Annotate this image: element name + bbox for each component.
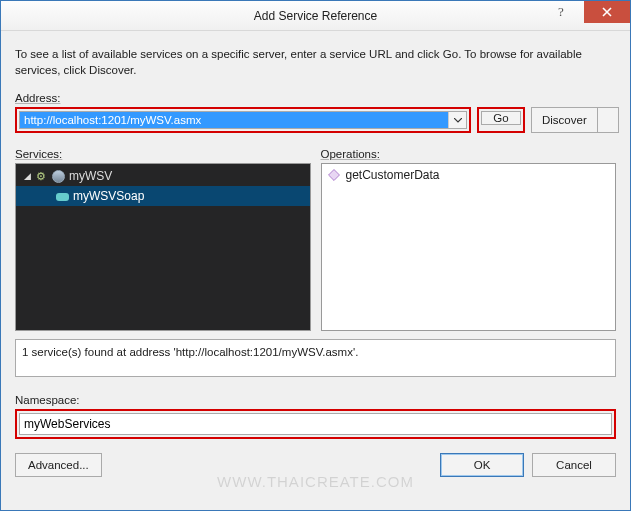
operation-icon <box>328 169 340 181</box>
operation-item[interactable]: getCustomerData <box>328 168 610 182</box>
go-button[interactable]: Go <box>481 111 521 125</box>
close-button[interactable] <box>584 1 630 23</box>
operation-label: getCustomerData <box>346 168 440 182</box>
address-label: Address: <box>15 92 616 104</box>
discover-dropdown-button[interactable] <box>598 107 619 133</box>
discover-split-button: Discover <box>531 107 619 133</box>
chevron-down-icon <box>454 118 462 123</box>
address-input[interactable] <box>20 112 448 128</box>
tree-node-label: myWSV <box>69 169 112 183</box>
address-row: Go Discover <box>15 107 616 133</box>
globe-icon <box>52 170 65 183</box>
bottom-row: Advanced... OK Cancel <box>15 453 616 477</box>
services-label: Services: <box>15 148 311 160</box>
close-icon <box>602 7 612 17</box>
window-controls: ? <box>538 1 630 23</box>
address-dropdown-button[interactable] <box>448 112 466 128</box>
namespace-input[interactable] <box>19 413 612 435</box>
tree-node-child[interactable]: myWSVSoap <box>16 186 310 206</box>
namespace-highlight <box>15 409 616 439</box>
help-button[interactable]: ? <box>538 1 584 23</box>
cancel-button[interactable]: Cancel <box>532 453 616 477</box>
dialog-content: To see a list of available services on a… <box>1 31 630 487</box>
operations-pane: Operations: getCustomerData <box>321 145 617 331</box>
services-tree[interactable]: ◢ ⚙ myWSV myWSVSoap <box>15 163 311 331</box>
services-pane: Services: ◢ ⚙ myWSV myWSVSoap <box>15 145 311 331</box>
window-title: Add Service Reference <box>254 9 377 23</box>
status-box: 1 service(s) found at address 'http://lo… <box>15 339 616 377</box>
ok-button[interactable]: OK <box>440 453 524 477</box>
discover-button[interactable]: Discover <box>531 107 598 133</box>
panes: Services: ◢ ⚙ myWSV myWSVSoap Operations… <box>15 145 616 331</box>
tree-node-root[interactable]: ◢ ⚙ myWSV <box>16 166 310 186</box>
intro-text: To see a list of available services on a… <box>15 47 616 78</box>
advanced-button[interactable]: Advanced... <box>15 453 102 477</box>
address-highlight <box>15 107 471 133</box>
titlebar: Add Service Reference ? <box>1 1 630 31</box>
dialog-window: Add Service Reference ? To see a list of… <box>0 0 631 511</box>
namespace-label: Namespace: <box>15 394 616 406</box>
gear-icon: ⚙ <box>36 170 46 183</box>
expand-collapse-icon[interactable]: ◢ <box>22 171 32 181</box>
operations-label: Operations: <box>321 148 617 160</box>
endpoint-icon <box>56 193 69 201</box>
go-highlight: Go <box>477 107 525 133</box>
operations-list[interactable]: getCustomerData <box>321 163 617 331</box>
address-combo[interactable] <box>19 111 467 129</box>
status-text: 1 service(s) found at address 'http://lo… <box>22 346 358 358</box>
tree-node-label: myWSVSoap <box>73 189 144 203</box>
